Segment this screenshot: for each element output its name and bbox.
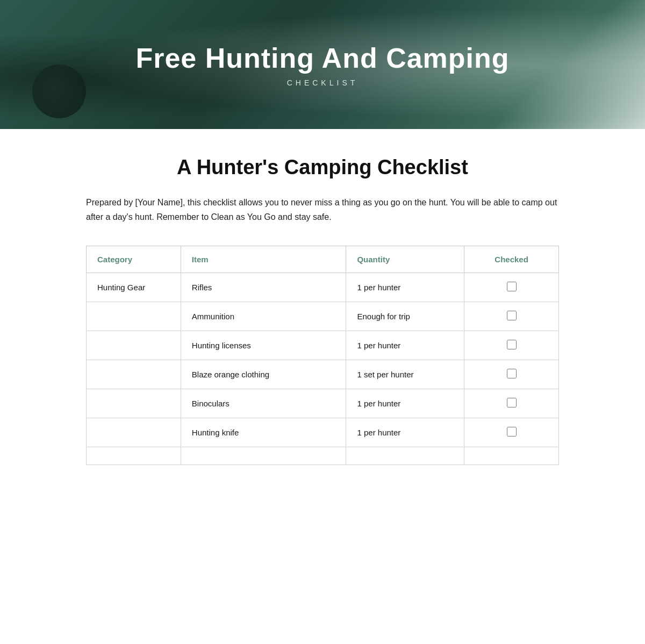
cell-quantity: 1 per hunter [346,418,464,447]
checkbox-input[interactable] [507,427,517,437]
cell-category [87,447,181,465]
table-row: Hunting knife1 per hunter [87,418,559,447]
cell-item: Hunting licenses [181,331,346,360]
cell-checked[interactable] [464,360,559,389]
cell-item: Ammunition [181,302,346,331]
header-category: Category [87,246,181,273]
table-row: Binoculars1 per hunter [87,389,559,418]
cell-checked[interactable] [464,389,559,418]
table-row: Hunting GearRifles1 per hunter [87,273,559,302]
cell-category [87,302,181,331]
cell-quantity [346,447,464,465]
cell-quantity: Enough for trip [346,302,464,331]
table-header-row: Category Item Quantity Checked [87,246,559,273]
hero-title: Free Hunting And Camping [135,42,509,74]
cell-checked[interactable] [464,447,559,465]
cell-item: Blaze orange clothing [181,360,346,389]
checkbox-input[interactable] [507,311,517,320]
hero-subtitle: CHECKLIST [287,78,359,87]
page-title: A Hunter's Camping Checklist [86,156,559,179]
cell-category [87,389,181,418]
checkbox-input[interactable] [507,398,517,407]
cell-item: Binoculars [181,389,346,418]
checkbox-input[interactable] [507,340,517,349]
cell-category [87,360,181,389]
table-row: AmmunitionEnough for trip [87,302,559,331]
header-quantity: Quantity [346,246,464,273]
cell-item: Hunting knife [181,418,346,447]
intro-paragraph: Prepared by [Your Name], this checklist … [86,195,559,224]
cell-checked[interactable] [464,273,559,302]
checklist-table: Category Item Quantity Checked Hunting G… [86,246,559,465]
cell-quantity: 1 per hunter [346,331,464,360]
table-row: Hunting licenses1 per hunter [87,331,559,360]
checkbox-input[interactable] [507,369,517,378]
table-row [87,447,559,465]
hero-banner: Free Hunting And Camping CHECKLIST [0,0,645,129]
cell-checked[interactable] [464,418,559,447]
hero-orb-decoration [32,65,86,118]
cell-quantity: 1 per hunter [346,389,464,418]
cell-checked[interactable] [464,331,559,360]
table-row: Blaze orange clothing1 set per hunter [87,360,559,389]
cell-category [87,418,181,447]
cell-category [87,331,181,360]
header-checked: Checked [464,246,559,273]
cell-category: Hunting Gear [87,273,181,302]
cell-item: Rifles [181,273,346,302]
checkbox-input[interactable] [507,282,517,291]
cell-quantity: 1 set per hunter [346,360,464,389]
content-area: A Hunter's Camping Checklist Prepared by… [64,129,580,497]
cell-quantity: 1 per hunter [346,273,464,302]
cell-item [181,447,346,465]
header-item: Item [181,246,346,273]
cell-checked[interactable] [464,302,559,331]
